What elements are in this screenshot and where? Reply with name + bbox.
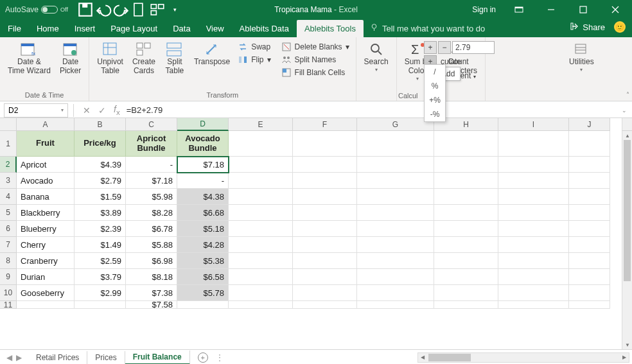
maximize-icon[interactable] — [569, 0, 597, 19]
cell[interactable]: $3.89 — [75, 205, 126, 221]
enter-formula-icon[interactable]: ✓ — [94, 105, 110, 116]
cell[interactable] — [229, 189, 293, 205]
sheet-next-icon[interactable]: ▶ — [16, 353, 22, 362]
hscrollbar-thumb[interactable] — [428, 354, 471, 361]
cell[interactable] — [357, 221, 434, 237]
cell[interactable]: Cranberry — [17, 253, 75, 269]
unpivot-table-button[interactable]: Unpivot Table — [93, 39, 127, 78]
cell[interactable] — [357, 285, 434, 301]
cell[interactable] — [434, 189, 498, 205]
row-header-10[interactable]: 10 — [0, 285, 17, 301]
row-header-2[interactable]: 2 — [0, 157, 17, 173]
tab-view[interactable]: View — [198, 20, 232, 37]
column-header-A[interactable]: A — [17, 118, 75, 131]
calc-plus-button[interactable]: + — [424, 41, 437, 54]
cell[interactable] — [293, 301, 357, 309]
cell[interactable] — [434, 205, 498, 221]
qat-cards-icon[interactable] — [149, 1, 166, 18]
cell[interactable] — [434, 269, 498, 285]
close-icon[interactable] — [601, 0, 629, 19]
cell[interactable]: $5.98 — [126, 189, 177, 205]
fx-icon[interactable]: fx — [110, 104, 124, 116]
cell[interactable] — [357, 301, 434, 309]
split-table-button[interactable]: Split Table — [161, 39, 189, 78]
cell[interactable] — [569, 173, 610, 189]
tab-page-layout[interactable]: Page Layout — [103, 20, 165, 37]
vertical-scrollbar[interactable]: ▲ ▼ — [622, 131, 632, 349]
cell[interactable] — [357, 205, 434, 221]
scroll-up-icon[interactable]: ▲ — [622, 131, 632, 140]
column-header-I[interactable]: I — [498, 118, 569, 131]
cell[interactable]: $5.78 — [177, 285, 229, 301]
autosave-switch-icon[interactable] — [41, 6, 58, 13]
cell[interactable] — [229, 157, 293, 173]
cell[interactable]: Blueberry — [17, 221, 75, 237]
cell[interactable] — [434, 237, 498, 253]
cells-area[interactable]: FruitPrice/kgApricot BundleAvocado Bundl… — [17, 131, 610, 309]
cell[interactable] — [229, 253, 293, 269]
op-minus-percent[interactable]: -% — [425, 107, 445, 121]
column-header-J[interactable]: J — [569, 118, 610, 131]
collapse-ribbon-icon[interactable]: ˄ — [626, 91, 629, 98]
cell[interactable] — [229, 269, 293, 285]
cell[interactable]: $2.79 — [75, 173, 126, 189]
cell[interactable] — [293, 157, 357, 173]
cell[interactable] — [293, 205, 357, 221]
cell[interactable] — [229, 237, 293, 253]
cell[interactable]: $7.58 — [126, 301, 177, 309]
name-box[interactable]: D2 ▾ — [4, 103, 68, 117]
column-header-D[interactable]: D — [177, 118, 229, 131]
cell[interactable] — [498, 237, 569, 253]
transpose-button[interactable]: Transpose — [190, 39, 234, 78]
cell[interactable] — [229, 301, 293, 309]
scroll-down-icon[interactable]: ▼ — [622, 340, 632, 349]
cell[interactable] — [569, 131, 610, 157]
cell[interactable] — [357, 269, 434, 285]
cell[interactable] — [357, 253, 434, 269]
date-picker-button[interactable]: Date Picker — [56, 39, 85, 76]
row-header-1[interactable]: 1 — [0, 131, 17, 157]
cell[interactable]: $5.38 — [177, 253, 229, 269]
cell[interactable] — [357, 237, 434, 253]
cell[interactable] — [434, 131, 498, 157]
cell[interactable] — [498, 189, 569, 205]
autosave-toggle[interactable]: AutoSave Off — [0, 5, 73, 14]
cell[interactable]: $6.58 — [177, 269, 229, 285]
cell[interactable] — [498, 269, 569, 285]
cell[interactable] — [293, 131, 357, 157]
qat-new-icon[interactable] — [131, 1, 148, 18]
cell[interactable] — [434, 253, 498, 269]
cell[interactable] — [17, 301, 75, 309]
cell[interactable]: Cherry — [17, 237, 75, 253]
cell[interactable]: $2.39 — [75, 221, 126, 237]
cell[interactable]: Apricot — [17, 157, 75, 173]
cell[interactable] — [498, 301, 569, 309]
row-header-7[interactable]: 7 — [0, 237, 17, 253]
undo-icon[interactable] — [95, 1, 112, 18]
fill-blank-cells-button[interactable]: Fill Blank Cells — [279, 67, 352, 78]
header-cell[interactable]: Price/kg — [75, 131, 126, 157]
cell[interactable] — [569, 253, 610, 269]
cell[interactable]: $2.59 — [75, 253, 126, 269]
cell[interactable]: Gooseberry — [17, 285, 75, 301]
header-cell[interactable]: Avocado Bundle — [177, 131, 229, 157]
cell[interactable]: $4.39 — [75, 157, 126, 173]
create-cards-button[interactable]: Create Cards — [128, 39, 159, 78]
cell[interactable] — [569, 205, 610, 221]
cell[interactable] — [434, 221, 498, 237]
add-sheet-button[interactable]: + — [195, 350, 211, 365]
qat-customize-icon[interactable]: ▾ — [167, 1, 184, 18]
flip-button[interactable]: Flip ▾ — [235, 54, 273, 65]
row-header-9[interactable]: 9 — [0, 269, 17, 285]
sheet-tab-prices[interactable]: Prices — [87, 351, 125, 364]
cell[interactable]: $6.68 — [177, 205, 229, 221]
row-header-4[interactable]: 4 — [0, 189, 17, 205]
row-header-3[interactable]: 3 — [0, 173, 17, 189]
sheet-tab-fruit-balance[interactable]: Fruit Balance — [125, 351, 190, 365]
column-header-F[interactable]: F — [293, 118, 357, 131]
row-header-6[interactable]: 6 — [0, 221, 17, 237]
vertical-split-handle[interactable] — [622, 118, 632, 131]
share-button[interactable]: Share — [570, 22, 605, 33]
cell[interactable] — [434, 301, 498, 309]
cell[interactable]: $5.88 — [126, 237, 177, 253]
